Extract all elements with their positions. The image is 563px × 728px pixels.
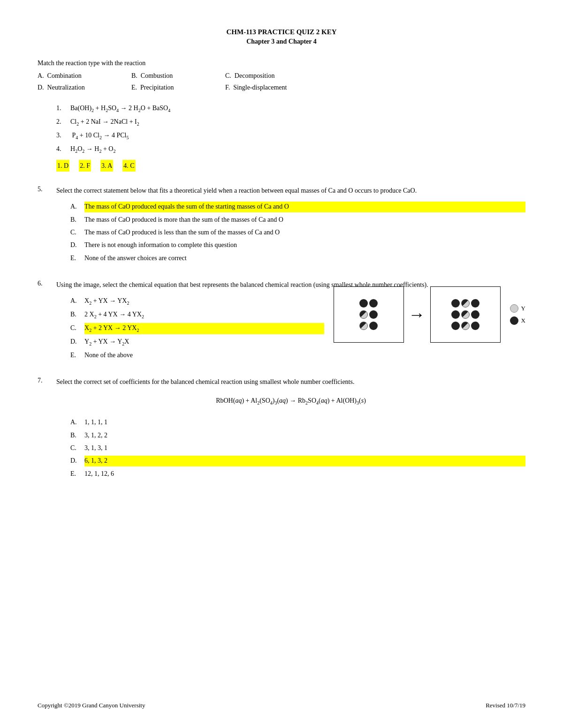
reaction-2: 2. Cl2 + 2 NaI → 2NaCl + I2 <box>56 116 525 128</box>
reaction-arrow: → <box>409 305 426 324</box>
q7-choice-d: D. 6, 1, 3, 2 <box>70 456 525 466</box>
p-y1 <box>461 299 470 308</box>
q6-choice-b: B. 2 X2 + 4 YX → 4 YX2 <box>70 309 324 321</box>
p-x2 <box>471 299 479 308</box>
type-f: F. Single-displacement <box>225 82 342 93</box>
reaction-1: 1. Ba(OH)2 + H2SO4 → 2 H2O + BaSO4 <box>56 103 525 114</box>
q5-choice-b: B. The mass of CaO produced is more than… <box>70 215 525 225</box>
copyright: Copyright ©2019 Grand Canyon University <box>38 702 145 709</box>
p-x4 <box>471 310 479 319</box>
matching-reactions-list: 1. Ba(OH)2 + H2SO4 → 2 H2O + BaSO4 2. Cl… <box>56 103 525 155</box>
q6-choice-e: E. None of the above <box>70 350 324 360</box>
q6-choice-a: A. X2 + YX → YX2 <box>70 296 324 307</box>
reaction-types-grid: A. Combination B. Combustion C. Decompos… <box>38 70 525 93</box>
diagram-legend: Y X <box>510 304 525 325</box>
q7-equation: RbOH(aq) + Al2(SO4)3(aq) → Rb2SO4(aq) + … <box>56 394 525 408</box>
reactant-box <box>334 286 404 343</box>
q6-choice-d: D. Y2 + YX → Y2X <box>70 337 324 348</box>
p-y3 <box>461 322 470 330</box>
q6-diagram: → <box>334 286 525 343</box>
q7-choices: A. 1, 1, 1, 1 B. 3, 1, 2, 2 C. 3, 1, 3, … <box>70 417 525 479</box>
atom-yx1b <box>369 310 378 319</box>
atom-yx2a <box>359 322 368 330</box>
question-6: 6. Using the image, select the chemical … <box>38 280 525 363</box>
page-title: CHM-113 PRACTICE QUIZ 2 KEY <box>38 28 525 36</box>
legend-y-icon <box>510 304 518 313</box>
revised-date: Revised 10/7/19 <box>486 702 525 709</box>
type-a: A. Combination <box>38 70 131 82</box>
matching-answers: 1. D 2. F 3. A 4. C <box>56 160 525 172</box>
reaction-3: 3. P4 + 10 Cl2 → 4 PCl5 <box>56 130 525 142</box>
legend-x-icon <box>510 316 518 325</box>
q7-choice-b: B. 3, 1, 2, 2 <box>70 430 525 441</box>
p-x3 <box>451 310 460 319</box>
p-x6 <box>471 322 479 330</box>
p-x5 <box>451 322 460 330</box>
q6-choices: A. X2 + YX → YX2 B. 2 X2 + 4 YX → 4 YX2 … <box>70 296 324 360</box>
matching-instruction: Match the reaction type with the reactio… <box>38 60 525 67</box>
p-x1 <box>451 299 460 308</box>
atom-yx1a <box>359 310 368 319</box>
legend-y: Y <box>510 304 525 313</box>
type-d: D. Neutralization <box>38 82 131 93</box>
q7-choice-c: C. 3, 1, 3, 1 <box>70 443 525 453</box>
type-c: C. Decomposition <box>225 70 342 82</box>
legend-x: X <box>510 316 525 325</box>
product-box <box>430 286 501 343</box>
q5-choice-a: A. The mass of CaO produced equals the s… <box>70 202 525 212</box>
q5-choice-d: D. There is not enough information to co… <box>70 240 525 250</box>
atom-yx2b <box>369 322 378 330</box>
page-subtitle: Chapter 3 and Chapter 4 <box>38 38 525 45</box>
atom-x2 <box>369 299 378 308</box>
atom-x1 <box>359 299 368 308</box>
question-5: 5. Select the correct statement below th… <box>38 186 525 266</box>
q7-choice-e: E. 12, 1, 12, 6 <box>70 469 525 479</box>
q5-choice-c: C. The mass of CaO produced is less than… <box>70 227 525 238</box>
type-b: B. Combustion <box>131 70 225 82</box>
q7-choice-a: A. 1, 1, 1, 1 <box>70 417 525 428</box>
reaction-4: 4. H2O2 → H2 + O2 <box>56 143 525 155</box>
q6-diagram-answers: A. X2 + YX → YX2 B. 2 X2 + 4 YX → 4 YX2 … <box>56 296 525 363</box>
q6-choice-c: C. X2 + 2 YX → 2 YX2 <box>70 323 324 334</box>
q5-choices: A. The mass of CaO produced equals the s… <box>70 202 525 263</box>
p-y2 <box>461 310 470 319</box>
type-e: E. Precipitation <box>131 82 225 93</box>
page-footer: Copyright ©2019 Grand Canyon University … <box>38 702 525 709</box>
question-7: 7. Select the correct set of coefficient… <box>38 377 525 481</box>
q5-choice-e: E. None of the answer choices are correc… <box>70 253 525 263</box>
